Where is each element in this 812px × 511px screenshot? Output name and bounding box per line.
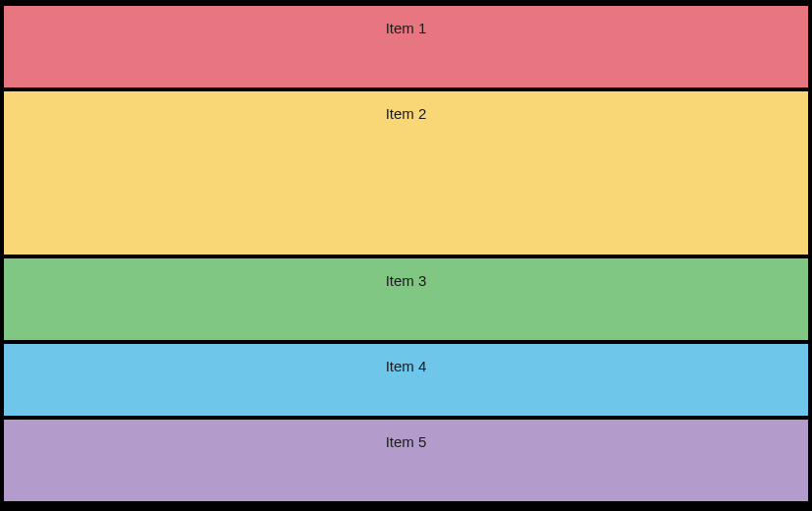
row-item-3: Item 3 xyxy=(4,258,808,340)
row-item-5: Item 5 xyxy=(4,420,808,501)
row-label: Item 5 xyxy=(386,433,427,450)
row-label: Item 3 xyxy=(386,272,427,289)
row-item-1: Item 1 xyxy=(4,6,808,87)
row-label: Item 1 xyxy=(386,20,427,36)
row-label: Item 2 xyxy=(386,105,427,122)
row-item-4: Item 4 xyxy=(4,344,808,416)
row-label: Item 4 xyxy=(386,358,427,374)
row-item-2: Item 2 xyxy=(4,91,808,255)
